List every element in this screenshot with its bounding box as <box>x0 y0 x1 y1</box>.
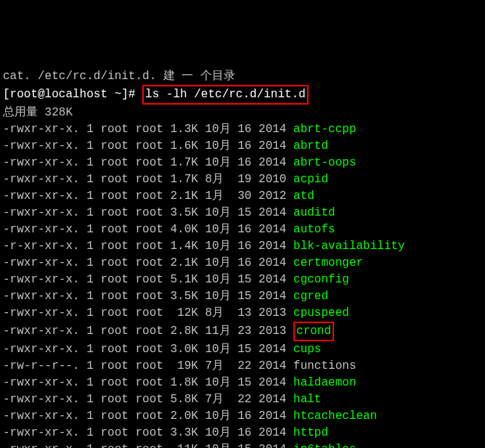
file-meta: -rwxr-xr-x. 1 root root 4.0K 10月 16 2014 <box>3 223 293 236</box>
ls-row: -rwxr-xr-x. 1 root root 5.1K 10月 15 2014… <box>3 272 482 288</box>
file-meta: -rwxr-xr-x. 1 root root 11K 10月 15 2014 <box>3 443 293 448</box>
ls-row: -rwxr-xr-x. 1 root root 3.5K 10月 15 2014… <box>3 288 482 305</box>
file-name: abrtd <box>293 139 328 152</box>
ls-row: -rwxr-xr-x. 1 root root 1.7K 8月 19 2010 … <box>3 171 482 188</box>
file-meta: -rwxr-xr-x. 1 root root 2.0K 10月 16 2014 <box>3 410 293 423</box>
shell-prompt: [root@localhost ~]# <box>3 88 142 101</box>
file-name: htcacheclean <box>293 410 377 423</box>
file-meta: -rwxr-xr-x. 1 root root 3.5K 10月 15 2014 <box>3 206 293 219</box>
terminal-output: cat. /etc/rc.d/init.d. 建 一 个目录[root@loca… <box>3 68 482 448</box>
file-name: autofs <box>293 223 335 236</box>
file-name: atd <box>293 190 314 203</box>
ls-row: -rwxr-xr-x. 1 root root 12K 8月 13 2013 c… <box>3 305 482 322</box>
file-name: blk-availability <box>293 240 405 253</box>
total-line: 总用量 328K <box>3 105 482 121</box>
ls-row: -rwxr-xr-x. 1 root root 2.1K 10月 16 2014… <box>3 255 482 272</box>
ls-row: -rwxr-xr-x. 1 root root 1.3K 10月 16 2014… <box>3 121 482 138</box>
file-meta: -r-xr-xr-x. 1 root root 1.4K 10月 16 2014 <box>3 240 293 253</box>
file-meta: -rwxr-xr-x. 1 root root 1.3K 10月 16 2014 <box>3 123 293 136</box>
command-highlight-box: ls -lh /etc/rc.d/init.d <box>142 85 309 105</box>
file-name: ip6tables <box>293 443 356 448</box>
file-name: halt <box>293 393 321 406</box>
file-name: httpd <box>293 426 328 439</box>
file-name: certmonger <box>293 256 363 269</box>
ls-row: -rwxr-xr-x. 1 root root 4.0K 10月 16 2014… <box>3 221 482 238</box>
file-name: functions <box>293 359 356 372</box>
file-meta: -rwxr-xr-x. 1 root root 5.1K 10月 15 2014 <box>3 273 293 286</box>
ls-row: -rwxr-xr-x. 1 root root 1.6K 10月 16 2014… <box>3 138 482 155</box>
file-meta: -rwxr-xr-x. 1 root root 1.8K 10月 15 2014 <box>3 376 293 389</box>
file-meta: -rwxr-xr-x. 1 root root 1.6K 10月 16 2014 <box>3 139 293 152</box>
file-name: cgconfig <box>293 273 349 286</box>
file-meta: -rwxr-xr-x. 1 root root 3.0K 10月 15 2014 <box>3 343 293 356</box>
ls-row: -rwxr-xr-x. 1 root root 11K 10月 15 2014 … <box>3 441 482 448</box>
ls-row: -rwxr-xr-x. 1 root root 5.8K 7月 22 2014 … <box>3 391 482 408</box>
file-meta: -rw-r--r--. 1 root root 19K 7月 22 2014 <box>3 359 293 372</box>
file-meta: -rwxr-xr-x. 1 root root 1.7K 8月 19 2010 <box>3 173 293 186</box>
file-name: cups <box>293 343 321 356</box>
ls-row: -rwxr-xr-x. 1 root root 2.1K 1月 30 2012 … <box>3 188 482 205</box>
file-name-highlight: crond <box>293 322 334 341</box>
file-name: acpid <box>293 173 328 186</box>
file-name: abrt-ccpp <box>293 123 356 136</box>
file-name: haldaemon <box>293 376 356 389</box>
file-meta: -rwxr-xr-x. 1 root root 12K 8月 13 2013 <box>3 306 293 319</box>
file-meta: -rwxr-xr-x. 1 root root 3.3K 10月 16 2014 <box>3 426 293 439</box>
ls-row: -rwxr-xr-x. 1 root root 2.8K 11月 23 2013… <box>3 322 482 341</box>
file-meta: -rwxr-xr-x. 1 root root 2.1K 1月 30 2012 <box>3 190 293 203</box>
file-meta: -rwxr-xr-x. 1 root root 1.7K 10月 16 2014 <box>3 156 293 169</box>
file-name: abrt-oops <box>293 156 356 169</box>
partial-prev-line: cat. /etc/rc.d/init.d. 建 一 个目录 <box>3 68 482 85</box>
ls-row: -rwxr-xr-x. 1 root root 1.8K 10月 15 2014… <box>3 375 482 391</box>
ls-row: -rw-r--r--. 1 root root 19K 7月 22 2014 f… <box>3 358 482 375</box>
file-meta: -rwxr-xr-x. 1 root root 3.5K 10月 15 2014 <box>3 290 293 303</box>
ls-row: -rwxr-xr-x. 1 root root 1.7K 10月 16 2014… <box>3 155 482 171</box>
ls-row: -rwxr-xr-x. 1 root root 2.0K 10月 16 2014… <box>3 408 482 425</box>
file-meta: -rwxr-xr-x. 1 root root 2.1K 10月 16 2014 <box>3 256 293 269</box>
file-meta: -rwxr-xr-x. 1 root root 2.8K 11月 23 2013 <box>3 325 293 338</box>
file-name: cgred <box>293 290 328 303</box>
ls-row: -rwxr-xr-x. 1 root root 3.3K 10月 16 2014… <box>3 425 482 441</box>
file-name: cpuspeed <box>293 306 349 319</box>
ls-row: -rwxr-xr-x. 1 root root 3.5K 10月 15 2014… <box>3 205 482 221</box>
ls-row: -rwxr-xr-x. 1 root root 3.0K 10月 15 2014… <box>3 341 482 358</box>
file-meta: -rwxr-xr-x. 1 root root 5.8K 7月 22 2014 <box>3 393 293 406</box>
prompt-line: [root@localhost ~]# ls -lh /etc/rc.d/ini… <box>3 85 482 105</box>
file-name: auditd <box>293 206 335 219</box>
ls-row: -r-xr-xr-x. 1 root root 1.4K 10月 16 2014… <box>3 238 482 255</box>
